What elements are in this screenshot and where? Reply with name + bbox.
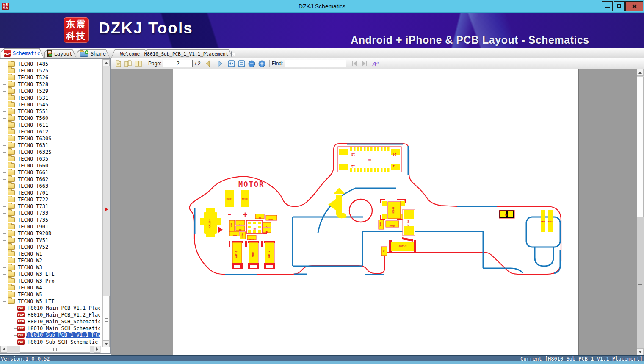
tree-file-item[interactable]: H8010_Main_PCB_V1.1_Placement xyxy=(0,305,100,311)
tree-folder-item[interactable]: TECNO T526 xyxy=(0,74,100,81)
scroll-up-button[interactable] xyxy=(103,59,110,66)
svg-text:24: 24 xyxy=(393,153,396,156)
tree-file-item[interactable]: H8010_Main_PCB_V1.2_Placement xyxy=(0,311,100,318)
folder-icon xyxy=(8,299,15,304)
tree-folder-item[interactable]: TECNO W3 LTE xyxy=(0,271,100,278)
scroll-up-button[interactable] xyxy=(637,69,644,76)
pdf-viewer-canvas[interactable]: 13 24 12 1 CN3 MOTOR MOTO- MOTO+ - + xyxy=(111,69,644,355)
page-number-input[interactable] xyxy=(163,60,193,67)
next-page-button[interactable] xyxy=(215,59,224,68)
tree-folder-item[interactable]: TECNO W3 xyxy=(0,264,100,271)
selection-position-marker xyxy=(105,207,108,211)
zoom-in-button[interactable] xyxy=(257,59,267,68)
doc-tab-placement[interactable]: H8010_Sub_PCB_1_V1.1_Placement xyxy=(143,49,233,58)
svg-text:R3: R3 xyxy=(383,250,385,253)
tree-guide xyxy=(3,105,7,105)
find-input[interactable] xyxy=(285,60,346,67)
file-label: H8010_Main_PCB_V1.1_Placement xyxy=(26,305,100,311)
tree-folder-item[interactable]: TECNO T733 xyxy=(0,210,100,217)
tree-folder-item[interactable]: TECNO T901 xyxy=(0,223,100,230)
tree-folder-item[interactable]: TECNO T525 xyxy=(0,67,100,74)
tree-folder-item[interactable]: TECNO TV51 xyxy=(0,237,100,244)
sidebar-horizontal-scrollbar[interactable] xyxy=(0,346,101,353)
scroll-down-button[interactable] xyxy=(637,348,644,355)
scrollbar-thumb[interactable] xyxy=(103,296,110,344)
thumb-grip xyxy=(638,284,642,288)
tree-folder-item[interactable]: TECNO T612 xyxy=(0,128,100,135)
folder-icon xyxy=(8,68,15,73)
folder-label: TECNO T525 xyxy=(17,68,50,74)
tree-folder-item[interactable]: TECNO T528 xyxy=(0,81,100,88)
tree-folder-item[interactable]: TECNO T551 xyxy=(0,108,100,115)
match-case-icon[interactable]: Aª xyxy=(372,61,378,67)
pdf-page[interactable]: 13 24 12 1 CN3 MOTOR MOTO- MOTO+ - + xyxy=(173,69,579,355)
tree-folder-item[interactable]: TECNO T662 xyxy=(0,176,100,183)
zoom-out-button[interactable] xyxy=(247,59,257,68)
fit-page-button[interactable] xyxy=(237,59,246,68)
folder-label: TECNO W4 xyxy=(17,285,44,291)
tree-folder-item[interactable]: TECNO W4 xyxy=(0,284,100,291)
maximize-button[interactable] xyxy=(614,1,625,11)
tree-folder-item[interactable]: TECNO T660 xyxy=(0,162,100,169)
scrollbar-thumb[interactable] xyxy=(20,346,90,353)
facing-pages-icon[interactable] xyxy=(124,59,133,68)
tree-file-item[interactable]: H8010_Main_SCH_Schematic_V1.1 xyxy=(0,318,100,325)
folder-list: TECNO T485 TECNO T525 TECNO T526 xyxy=(0,61,100,305)
close-button[interactable] xyxy=(625,1,643,11)
tree-folder-item[interactable]: TECNO T661 xyxy=(0,169,100,176)
tab-schematic[interactable]: PDF Schematic xyxy=(1,48,44,58)
book-view-icon[interactable] xyxy=(134,59,143,68)
svg-text:M1838: M1838 xyxy=(249,238,254,240)
sidebar-vertical-scrollbar[interactable] xyxy=(102,59,110,347)
tree-file-item[interactable]: H8010_Sub_SCH_Schematic_V1.1 xyxy=(0,339,100,345)
tree-folder-item[interactable]: TECNO T560 xyxy=(0,115,100,122)
folder-label: TECNO T635 xyxy=(17,156,50,162)
tree-folder-item[interactable]: TECNO T722 xyxy=(0,196,100,203)
find-next-icon[interactable] xyxy=(360,59,369,68)
fit-width-button[interactable] xyxy=(227,59,236,68)
speaker-pads: SPK- SPK+ xyxy=(541,210,553,232)
tree-folder-item[interactable]: TECNO T529 xyxy=(0,88,100,94)
tree-guide xyxy=(3,139,7,139)
tree-guide xyxy=(3,301,7,302)
tree-folder-item[interactable]: TECNO W1 xyxy=(0,250,100,257)
share-folder-icon: + xyxy=(80,50,88,57)
tree-folder-item[interactable]: TECNO T635 xyxy=(0,156,100,162)
tab-layout[interactable]: PADS Layout xyxy=(44,49,77,58)
tree-folder-item[interactable]: TECNO TV52 xyxy=(0,244,100,250)
tree-folder-item[interactable]: TECNO T485 xyxy=(0,61,100,67)
tree-folder-item[interactable]: TECNO T663 xyxy=(0,183,100,189)
folder-tree: TECNO T485 TECNO T525 TECNO T526 xyxy=(0,61,100,345)
tree-file-item[interactable]: H8010_Main_SCH_Schematic_V1.2 xyxy=(0,325,100,332)
tree-file-item[interactable]: H8010_Sub_PCB_1_V1.1_Placement xyxy=(0,332,100,339)
scrollbar-thumb[interactable] xyxy=(637,77,644,217)
tab-share[interactable]: + Share xyxy=(77,49,110,58)
tree-folder-item[interactable]: TECNO W2 xyxy=(0,257,100,264)
tree-folder-item[interactable]: TECNO W5 LTE xyxy=(0,298,100,305)
tree-folder-item[interactable]: TECNO T731 xyxy=(0,203,100,210)
minimize-button[interactable] xyxy=(602,1,613,11)
find-previous-icon[interactable] xyxy=(350,59,359,68)
tree-folder-item[interactable]: TECNO T735 xyxy=(0,217,100,223)
tree-folder-item[interactable]: TECNO T920D xyxy=(0,230,100,237)
tree-folder-item[interactable]: TECNO T545 xyxy=(0,101,100,108)
tree-folder-item[interactable]: TECNO T701 xyxy=(0,189,100,196)
tree-folder-item[interactable]: TECNO T611 xyxy=(0,122,100,128)
scroll-left-button[interactable] xyxy=(0,346,7,353)
folder-label: TECNO T662 xyxy=(17,176,50,182)
scroll-down-button[interactable] xyxy=(103,340,110,347)
tree-folder-item[interactable]: TECNO W3 Pro xyxy=(0,278,100,284)
app-icon: 东震科技 xyxy=(2,3,9,10)
previous-page-button[interactable] xyxy=(203,59,213,68)
tree-folder-item[interactable]: TECNO T531 xyxy=(0,94,100,101)
logo-line2: 科技 xyxy=(64,30,89,42)
tree-folder-item[interactable]: TECNO T630S xyxy=(0,135,100,142)
scroll-right-button[interactable] xyxy=(94,346,100,353)
tree-folder-item[interactable]: TECNO W5 xyxy=(0,291,100,298)
tree-guide xyxy=(3,233,7,234)
single-page-icon[interactable] xyxy=(113,59,123,68)
tree-folder-item[interactable]: TECNO T631 xyxy=(0,142,100,149)
viewer-vertical-scrollbar[interactable] xyxy=(637,69,644,355)
tree-folder-item[interactable]: TECNO T632S xyxy=(0,149,100,156)
close-tab-button[interactable] xyxy=(231,51,232,57)
